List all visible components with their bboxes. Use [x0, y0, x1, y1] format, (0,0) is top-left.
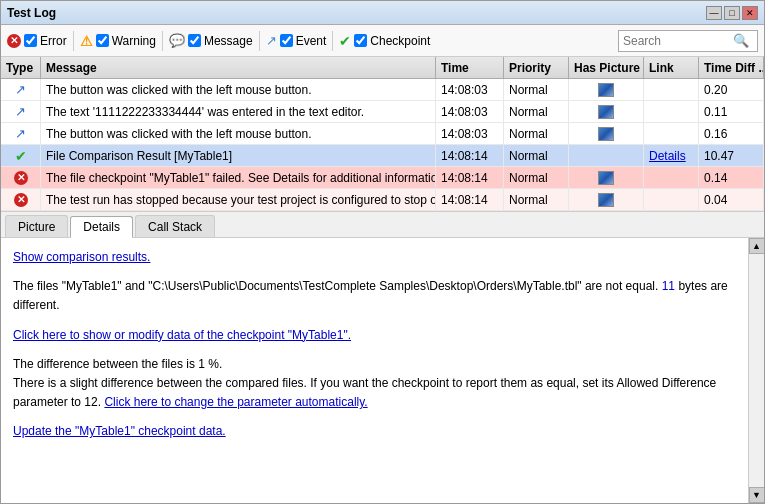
error-icon: ✕: [7, 34, 21, 48]
picture-icon: [598, 127, 614, 141]
row-picture-cell: [569, 79, 644, 100]
row-type-cell: ✕: [1, 189, 41, 210]
row-picture-cell: [569, 145, 644, 166]
main-window: Test Log — □ ✕ ✕ Error ⚠ Warning 💬 Messa…: [0, 0, 765, 504]
search-icon: 🔍: [733, 33, 749, 48]
row-type-cell: ✔: [1, 145, 41, 166]
diff-line1: The difference between the files is 1 %.: [13, 357, 222, 371]
row-picture-cell: [569, 167, 644, 188]
row-picture-cell: [569, 189, 644, 210]
row-priority-cell: Normal: [504, 167, 569, 188]
row-message-cell: The button was clicked with the left mou…: [41, 79, 436, 100]
error-filter[interactable]: ✕ Error: [7, 34, 67, 48]
table-row[interactable]: ✕ The file checkpoint "MyTable1" failed.…: [1, 167, 764, 189]
separator-3: [259, 31, 260, 51]
tab-callstack[interactable]: Call Stack: [135, 215, 215, 237]
show-comparison-link[interactable]: Show comparison results.: [13, 250, 150, 264]
details-link[interactable]: Details: [649, 149, 686, 163]
row-time-cell: 14:08:03: [436, 101, 504, 122]
row-picture-cell: [569, 123, 644, 144]
update-checkpoint-link[interactable]: Update the "MyTable1" checkpoint data.: [13, 424, 226, 438]
row-message-cell: The test run has stopped because your te…: [41, 189, 436, 210]
table-row[interactable]: ↗ The text '1111222233334444' was entere…: [1, 101, 764, 123]
warning-checkbox[interactable]: [96, 34, 109, 47]
row-type-cell: ✕: [1, 167, 41, 188]
arrow-icon: ↗: [15, 126, 26, 141]
arrow-icon: ↗: [15, 104, 26, 119]
event-icon: ↗: [266, 33, 277, 48]
checkpoint-checkbox[interactable]: [354, 34, 367, 47]
error-checkbox[interactable]: [24, 34, 37, 47]
col-header-message: Message: [41, 57, 436, 78]
event-filter[interactable]: ↗ Event: [266, 33, 327, 48]
row-message-cell: File Comparison Result [MyTable1]: [41, 145, 436, 166]
files-description: The files "MyTable1" and "C:\Users\Publi…: [13, 277, 732, 315]
minimize-button[interactable]: —: [706, 6, 722, 20]
row-priority-cell: Normal: [504, 123, 569, 144]
event-label: Event: [296, 34, 327, 48]
row-time-cell: 14:08:14: [436, 145, 504, 166]
row-type-cell: ↗: [1, 123, 41, 144]
col-header-time: Time: [436, 57, 504, 78]
maximize-button[interactable]: □: [724, 6, 740, 20]
bytes-count: 11: [662, 279, 675, 293]
checkpoint-data-link[interactable]: Click here to show or modify data of the…: [13, 328, 351, 342]
search-box[interactable]: 🔍: [618, 30, 758, 52]
row-type-cell: ↗: [1, 101, 41, 122]
scroll-up-button[interactable]: ▲: [749, 238, 765, 254]
checkpoint-icon: ✔: [339, 33, 351, 49]
row-priority-cell: Normal: [504, 101, 569, 122]
table-row[interactable]: ↗ The button was clicked with the left m…: [1, 79, 764, 101]
search-input[interactable]: [623, 34, 733, 48]
window-title: Test Log: [7, 6, 56, 20]
row-type-cell: ↗: [1, 79, 41, 100]
bottom-section: Picture Details Call Stack Show comparis…: [1, 212, 764, 503]
row-timediff-cell: 0.11: [699, 101, 764, 122]
red-x-icon: ✕: [14, 171, 28, 185]
row-link-cell: [644, 79, 699, 100]
tab-details[interactable]: Details: [70, 216, 133, 238]
message-filter[interactable]: 💬 Message: [169, 33, 253, 48]
picture-icon: [598, 83, 614, 97]
row-time-cell: 14:08:03: [436, 123, 504, 144]
message-icon: 💬: [169, 33, 185, 48]
warning-label: Warning: [112, 34, 156, 48]
row-time-cell: 14:08:14: [436, 189, 504, 210]
change-param-link[interactable]: Click here to change the parameter autom…: [104, 395, 367, 409]
vertical-scrollbar: ▲ ▼: [748, 238, 764, 503]
row-link-cell: [644, 189, 699, 210]
separator-1: [73, 31, 74, 51]
row-time-cell: 14:08:14: [436, 167, 504, 188]
row-link-cell: [644, 123, 699, 144]
row-link-cell: Details: [644, 145, 699, 166]
row-timediff-cell: 10.47: [699, 145, 764, 166]
table-header: Type Message Time Priority Has Picture L…: [1, 57, 764, 79]
row-message-cell: The button was clicked with the left mou…: [41, 123, 436, 144]
scroll-down-button[interactable]: ▼: [749, 487, 765, 503]
row-priority-cell: Normal: [504, 79, 569, 100]
table-row[interactable]: ✕ The test run has stopped because your …: [1, 189, 764, 211]
details-content: Show comparison results. The files "MyTa…: [13, 248, 752, 442]
row-link-cell: [644, 101, 699, 122]
tab-picture[interactable]: Picture: [5, 215, 68, 237]
separator-2: [162, 31, 163, 51]
event-checkbox[interactable]: [280, 34, 293, 47]
table-row[interactable]: ✔ File Comparison Result [MyTable1] 14:0…: [1, 145, 764, 167]
difference-description: The difference between the files is 1 %.…: [13, 355, 732, 413]
col-header-timediff: Time Diff ...: [699, 57, 764, 78]
table-body: ↗ The button was clicked with the left m…: [1, 79, 764, 211]
warning-filter[interactable]: ⚠ Warning: [80, 33, 156, 49]
picture-icon: [598, 193, 614, 207]
close-button[interactable]: ✕: [742, 6, 758, 20]
title-bar: Test Log — □ ✕: [1, 1, 764, 25]
picture-icon: [598, 105, 614, 119]
warning-icon: ⚠: [80, 33, 93, 49]
table-row[interactable]: ↗ The button was clicked with the left m…: [1, 123, 764, 145]
checkpoint-filter[interactable]: ✔ Checkpoint: [339, 33, 430, 49]
green-check-icon: ✔: [15, 148, 27, 164]
toolbar: ✕ Error ⚠ Warning 💬 Message ↗ Event: [1, 25, 764, 57]
arrow-icon: ↗: [15, 82, 26, 97]
tab-content-details: Show comparison results. The files "MyTa…: [1, 238, 764, 503]
row-link-cell: [644, 167, 699, 188]
message-checkbox[interactable]: [188, 34, 201, 47]
